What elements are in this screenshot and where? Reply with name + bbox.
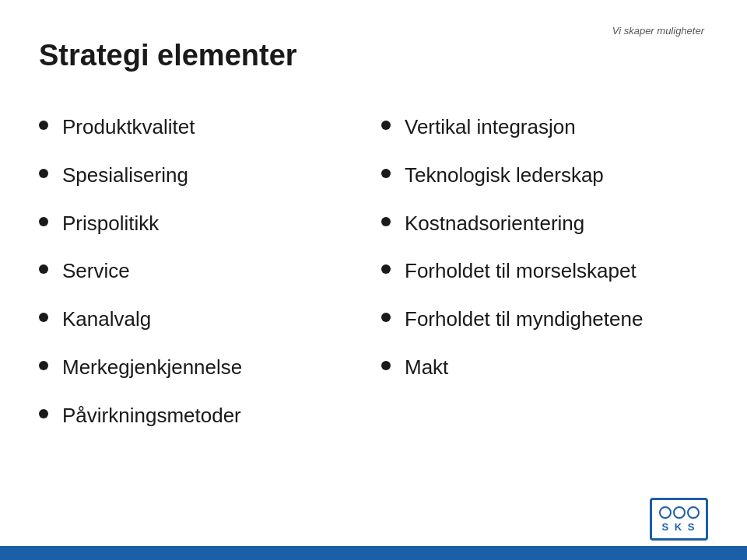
bullet-dot (39, 409, 48, 418)
logo-circle-1 (659, 506, 672, 519)
right-column: Vertikal integrasjon Teknologisk ledersk… (366, 103, 708, 440)
list-item: Forholdet til morselskapet (381, 247, 708, 296)
logo-badge-circles (659, 506, 700, 519)
bullet-dot (39, 169, 48, 178)
list-item: Kostnadsorientering (381, 200, 708, 248)
bullet-dot (381, 217, 391, 226)
list-item: Produktkvalitet (39, 103, 366, 152)
list-item: Vertikal integrasjon (381, 103, 708, 152)
bullet-text: Forholdet til morselskapet (405, 258, 637, 285)
list-item: Forholdet til myndighetene (381, 296, 708, 344)
bullet-text: Påvirkningsmetoder (62, 403, 241, 429)
logo-circle-2 (673, 506, 686, 519)
bullet-text: Prispolitikk (62, 211, 159, 237)
list-item: Teknologisk lederskap (381, 152, 708, 200)
list-item: Makt (381, 344, 708, 392)
bullet-text: Produktkvalitet (62, 114, 195, 141)
list-item: Spesialisering (39, 152, 366, 200)
page-title: Strategi elementer (39, 39, 708, 72)
bullet-text: Makt (405, 355, 448, 381)
bullet-dot (39, 264, 48, 274)
list-item: Prispolitikk (39, 200, 366, 248)
logo-container: S K S (650, 498, 708, 541)
logo-circle-3 (687, 506, 700, 519)
bullet-dot (381, 361, 391, 370)
bullet-dot (381, 169, 391, 178)
tagline: Vi skaper muligheter (612, 25, 704, 37)
bullet-text: Service (62, 258, 130, 285)
bullet-text: Forholdet til myndighetene (405, 306, 643, 333)
bullet-dot (381, 121, 391, 130)
bullet-dot (381, 313, 391, 322)
bullet-dot (39, 361, 48, 370)
list-item: Påvirkningsmetoder (39, 392, 366, 440)
logo-badge: S K S (650, 498, 708, 541)
bullet-dot (381, 264, 391, 274)
bottom-bar (0, 546, 747, 560)
logo-letters: S K S (662, 521, 696, 533)
slide: Vi skaper muligheter Strategi elementer … (0, 0, 747, 560)
bullet-text: Teknologisk lederskap (405, 163, 604, 189)
bullet-text: Merkegjenkjennelse (62, 355, 242, 381)
list-item: Merkegjenkjennelse (39, 344, 366, 392)
bullet-dot (39, 313, 48, 322)
bullet-text: Kostnadsorientering (405, 211, 584, 237)
list-item: Kanalvalg (39, 296, 366, 344)
bullet-dot (39, 121, 48, 130)
left-column: Produktkvalitet Spesialisering Prispolit… (39, 103, 366, 440)
bullet-text: Vertikal integrasjon (405, 114, 576, 141)
bullet-text: Kanalvalg (62, 306, 151, 333)
bullet-text: Spesialisering (62, 163, 188, 189)
bullet-dot (39, 217, 48, 226)
list-item: Service (39, 247, 366, 296)
content-area: Produktkvalitet Spesialisering Prispolit… (39, 103, 708, 440)
